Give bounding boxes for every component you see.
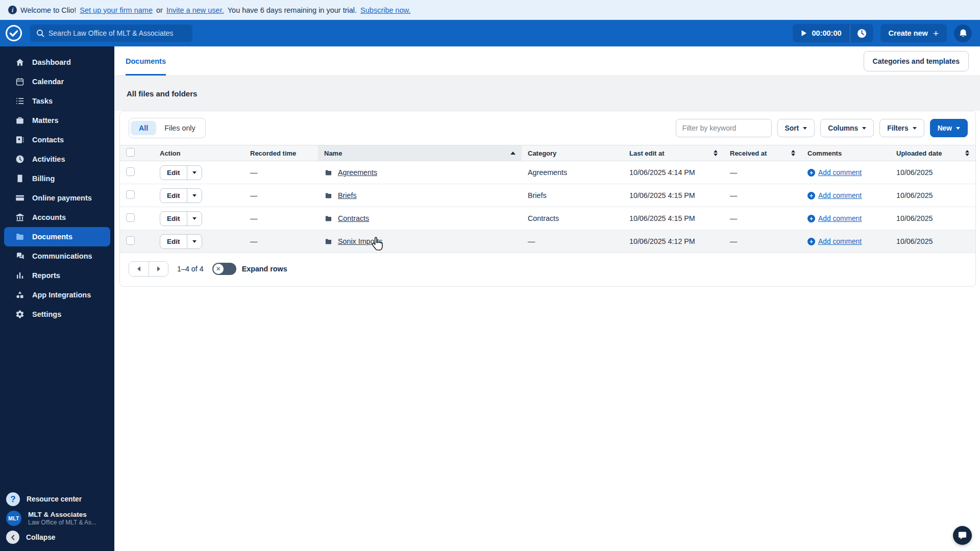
last-edit-value: 10/06/2025 4:12 PM xyxy=(629,237,695,245)
edit-dropdown-button[interactable] xyxy=(187,235,202,248)
segment-all[interactable]: All xyxy=(131,121,156,135)
uploaded-date-value: 10/06/2025 xyxy=(896,168,933,177)
column-label: Category xyxy=(528,149,556,157)
edit-dropdown-button[interactable] xyxy=(187,212,202,226)
folder-link[interactable]: Contracts xyxy=(338,214,369,222)
edit-dropdown-button[interactable] xyxy=(187,189,202,203)
sidebar-item-label: Documents xyxy=(32,233,72,241)
chat-launcher-button[interactable] xyxy=(953,526,972,545)
edit-dropdown-button[interactable] xyxy=(187,166,202,180)
edit-button[interactable]: Edit xyxy=(160,212,187,226)
create-new-label: Create new xyxy=(889,29,928,37)
account-name: MLT & Associates xyxy=(28,511,96,518)
plus-circle-icon: + xyxy=(807,215,815,222)
sidebar-item-communications[interactable]: Communications xyxy=(4,246,110,266)
sidebar-item-matters[interactable]: Matters xyxy=(4,111,110,130)
filter-keyword-input[interactable] xyxy=(676,119,772,137)
uploaded-date-value: 10/06/2025 xyxy=(896,237,933,245)
sidebar-item-documents[interactable]: Documents xyxy=(4,227,110,246)
row-checkbox[interactable] xyxy=(126,236,135,245)
prev-page-button[interactable] xyxy=(129,262,149,276)
sidebar-item-online-payments[interactable]: Online payments xyxy=(4,188,110,208)
chevron-left-icon xyxy=(137,266,140,271)
segment-files-only[interactable]: Files only xyxy=(156,121,203,135)
subscribe-now-link[interactable]: Subscribe now. xyxy=(360,6,410,14)
start-timer-button[interactable]: 00:00:00 xyxy=(793,24,849,42)
edit-button[interactable]: Edit xyxy=(160,189,187,203)
row-checkbox[interactable] xyxy=(126,190,135,199)
search-input[interactable] xyxy=(48,29,186,37)
column-header-last-edit-at[interactable]: Last edit at xyxy=(623,145,724,161)
add-comment-link[interactable]: +Add comment xyxy=(807,192,862,199)
sidebar-item-activities[interactable]: Activities xyxy=(4,149,110,169)
notifications-button[interactable] xyxy=(954,24,972,42)
collapse-sidebar-button[interactable]: Collapse xyxy=(6,531,114,544)
last-edit-value: 10/06/2025 4:14 PM xyxy=(629,168,695,177)
sidebar-item-contacts[interactable]: Contacts xyxy=(4,130,110,149)
column-header-uploaded-date[interactable]: Uploaded date xyxy=(890,145,975,161)
folder-link[interactable]: Agreements xyxy=(338,168,377,177)
filters-button[interactable]: Filters xyxy=(879,119,924,137)
edit-button[interactable]: Edit xyxy=(160,235,187,248)
time-entries-button[interactable] xyxy=(850,24,873,42)
account-menu[interactable]: MLT MLT & Associates Law Office of MLT &… xyxy=(6,511,114,526)
sidebar-item-label: Matters xyxy=(32,116,59,124)
expand-rows-toggle[interactable]: ✕ xyxy=(212,263,236,275)
banner-or-text: or xyxy=(156,6,163,14)
sidebar-item-label: Billing xyxy=(32,174,55,183)
sidebar-item-settings[interactable]: Settings xyxy=(4,305,110,324)
clio-logo[interactable] xyxy=(5,24,22,42)
sidebar-item-tasks[interactable]: Tasks xyxy=(4,91,110,111)
select-all-checkbox[interactable] xyxy=(126,148,135,157)
column-header-name[interactable]: Name xyxy=(318,145,522,161)
banner-trial-text: You have 6 days remaining in your trial. xyxy=(228,6,357,14)
categories-and-templates-button[interactable]: Categories and templates xyxy=(864,51,969,71)
add-comment-link[interactable]: +Add comment xyxy=(807,215,862,222)
sidebar-item-calendar[interactable]: Calendar xyxy=(4,72,110,91)
edit-button[interactable]: Edit xyxy=(160,166,187,180)
question-icon: ? xyxy=(6,492,20,506)
account-subtitle: Law Office of MLT & As... xyxy=(28,519,96,526)
sort-button[interactable]: Sort xyxy=(777,119,815,137)
sort-icon xyxy=(791,150,795,156)
folder-link[interactable]: Briefs xyxy=(338,191,357,199)
invite-new-user-link[interactable]: Invite a new user. xyxy=(166,6,224,14)
recorded-time-value: — xyxy=(250,214,257,222)
next-page-button[interactable] xyxy=(149,262,168,276)
page-header: All files and folders xyxy=(114,76,980,111)
search-icon xyxy=(36,29,44,37)
sidebar-item-accounts[interactable]: Accounts xyxy=(4,208,110,227)
sidebar-item-reports[interactable]: Reports xyxy=(4,266,110,285)
folder-icon xyxy=(324,169,333,177)
sidebar-item-app-integrations[interactable]: App Integrations xyxy=(4,285,110,305)
columns-button[interactable]: Columns xyxy=(820,119,874,137)
folder-link[interactable]: Sonix Imports xyxy=(338,237,382,245)
row-checkbox[interactable] xyxy=(126,167,135,176)
column-label: Last edit at xyxy=(629,149,665,157)
bell-icon xyxy=(959,29,968,38)
plus-circle-icon: + xyxy=(807,192,815,199)
tab-documents[interactable]: Documents xyxy=(126,46,166,76)
plus-icon: + xyxy=(933,29,939,38)
setup-firm-name-link[interactable]: Set up your firm name xyxy=(80,6,153,14)
resource-center-button[interactable]: ? Resource center xyxy=(6,492,114,506)
sidebar: DashboardCalendarTasksMattersContactsAct… xyxy=(0,46,114,551)
add-comment-link[interactable]: +Add comment xyxy=(807,238,862,245)
column-label: Recorded time xyxy=(250,149,296,157)
column-header-received-at[interactable]: Received at xyxy=(724,145,801,161)
category-value: Agreements xyxy=(528,168,567,177)
recorded-time-value: — xyxy=(250,191,257,199)
column-label: Action xyxy=(160,149,180,157)
sidebar-item-label: Dashboard xyxy=(32,58,71,66)
add-comment-link[interactable]: +Add comment xyxy=(807,169,862,177)
global-search[interactable] xyxy=(30,24,192,42)
sidebar-item-dashboard[interactable]: Dashboard xyxy=(4,53,110,72)
category-value: Briefs xyxy=(528,191,547,199)
create-new-button[interactable]: Create new + xyxy=(880,24,947,42)
table-header-row: ActionRecorded timeNameCategoryLast edit… xyxy=(120,145,975,161)
plus-circle-icon: + xyxy=(807,169,815,177)
row-checkbox[interactable] xyxy=(126,213,135,222)
add-comment-label: Add comment xyxy=(818,169,862,177)
sidebar-item-billing[interactable]: Billing xyxy=(4,169,110,188)
new-button[interactable]: New xyxy=(930,119,968,137)
